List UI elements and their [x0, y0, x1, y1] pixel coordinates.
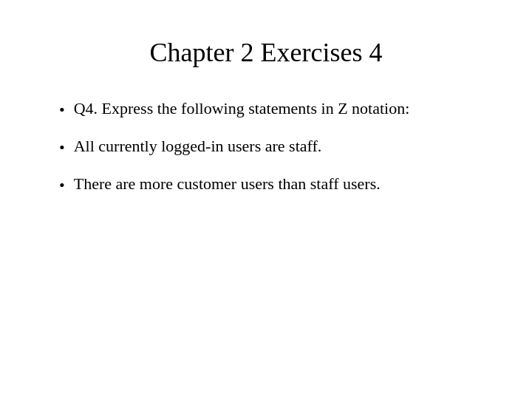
bullet-dot-3: •: [59, 174, 65, 197]
bullet-item-1: • Q4. Express the following statements i…: [59, 98, 488, 122]
bullet-dot-2: •: [59, 137, 65, 160]
bullet-dot-1: •: [59, 99, 65, 122]
bullet-item-2: • All currently logged-in users are staf…: [59, 135, 488, 160]
slide-container: Chapter 2 Exercises 4 • Q4. Express the …: [0, 0, 532, 399]
bullet-item-3: • There are more customer users than sta…: [59, 173, 488, 197]
bullet-text-3: There are more customer users than staff…: [74, 173, 488, 196]
bullet-text-2: All currently logged-in users are staff.: [74, 135, 488, 158]
slide-content: • Q4. Express the following statements i…: [44, 98, 488, 197]
slide-title: Chapter 2 Exercises 4: [44, 37, 488, 68]
bullet-text-1: Q4. Express the following statements in …: [74, 98, 488, 120]
